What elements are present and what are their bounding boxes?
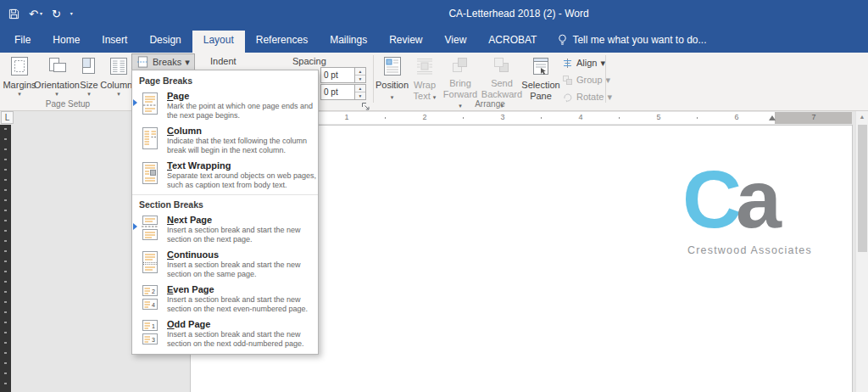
svg-text:1: 1 — [152, 323, 155, 329]
group-separator — [605, 55, 606, 103]
horizontal-ruler[interactable]: L 1 2 3 4 5 6 7 — [0, 111, 868, 125]
menu-item-continuous[interactable]: Continuous Insert a section break and st… — [132, 247, 318, 282]
continuous-break-icon — [139, 249, 161, 277]
breaks-button[interactable]: Breaks ▾ — [131, 53, 195, 70]
menu-item-even-page[interactable]: 2 4 Even Page Insert a section break and… — [132, 282, 318, 316]
bring-forward-label: Bring Forward — [443, 78, 477, 99]
chevron-down-icon: ▾ — [185, 57, 190, 68]
menu-item-label: Text Wrapping — [167, 160, 320, 171]
menu-item-label: Even Page — [167, 284, 320, 294]
tab-references[interactable]: References — [245, 27, 319, 53]
indent-label: Indent — [210, 56, 236, 66]
svg-text:3: 3 — [152, 337, 155, 343]
odd-page-break-icon: 1 3 — [139, 319, 161, 346]
save-button[interactable] — [8, 8, 19, 20]
tab-design[interactable]: Design — [138, 27, 192, 53]
vertical-ruler — [0, 125, 11, 392]
page-break-icon — [139, 91, 161, 118]
align-icon — [562, 58, 573, 69]
undo-button[interactable]: ↶ ▾ — [29, 8, 42, 20]
spacing-label: Spacing — [292, 56, 326, 66]
menu-item-page[interactable]: Page Mark the point at which one page en… — [132, 88, 318, 123]
send-backward-icon — [491, 54, 513, 76]
spacing-before-stepper[interactable]: ▴ ▾ — [355, 67, 366, 83]
chevron-down-icon: ▾ — [606, 75, 611, 86]
chevron-down-icon: ▾ — [607, 92, 612, 103]
section-breaks-header: Section Breaks — [132, 194, 318, 212]
tab-acrobat[interactable]: ACROBAT — [477, 27, 548, 53]
svg-text:4: 4 — [152, 302, 155, 308]
tell-me-box[interactable]: Tell me what you want to do... — [548, 27, 716, 53]
selection-pane-icon — [530, 54, 552, 78]
tab-home[interactable]: Home — [42, 27, 91, 53]
right-indent-marker[interactable] — [769, 115, 776, 120]
margins-icon — [8, 54, 31, 78]
lightbulb-icon — [558, 34, 567, 46]
letterhead-logo[interactable]: Ca — [682, 158, 776, 240]
columns-icon — [108, 54, 130, 78]
menu-item-column[interactable]: Column Indicate that the text following … — [132, 123, 318, 158]
paragraph-dialog-launcher[interactable] — [361, 99, 371, 109]
chevron-down-icon: ▾ — [40, 11, 42, 16]
break-insert-marker-icon — [133, 223, 137, 230]
stepper-up-icon[interactable]: ▴ — [355, 85, 365, 92]
redo-button[interactable]: ↻ — [52, 8, 61, 20]
menu-item-text-wrapping[interactable]: Text Wrapping Separate text around objec… — [132, 158, 318, 193]
menu-item-desc: Insert a section break and start the new… — [167, 330, 320, 349]
vertical-scrollbar[interactable]: ▲ — [855, 111, 868, 392]
chevron-down-icon: ▾ — [18, 91, 21, 98]
orientation-label: Orientation — [34, 80, 80, 90]
tab-mailings[interactable]: Mailings — [319, 27, 378, 53]
chevron-down-icon: ▾ — [87, 91, 91, 98]
tab-insert[interactable]: Insert — [91, 27, 138, 53]
position-icon — [381, 54, 403, 78]
spacing-before-input[interactable] — [320, 67, 355, 83]
save-icon — [8, 8, 19, 20]
tab-review[interactable]: Review — [378, 27, 433, 53]
svg-text:2: 2 — [152, 288, 155, 294]
undo-icon: ↶ — [29, 8, 38, 20]
spacing-after-stepper[interactable]: ▴ ▾ — [355, 84, 366, 100]
menu-item-desc: Insert a section break and start the new… — [167, 295, 320, 314]
title-bar: ↶ ▾ ↻ ▾ CA-Letterhead 2018 (2) - Word — [0, 0, 868, 27]
menu-item-odd-page[interactable]: 1 3 Odd Page Insert a section break and … — [132, 316, 318, 351]
group-objects-icon — [562, 75, 573, 86]
orientation-icon — [46, 54, 68, 78]
tab-layout[interactable]: Layout — [192, 31, 245, 53]
company-name: Crestwood Associates — [687, 244, 812, 256]
chevron-down-icon: ▾ — [55, 91, 58, 98]
customize-qat-button[interactable]: ▾ — [70, 11, 73, 16]
menu-item-label: Page — [167, 91, 320, 101]
breaks-icon — [136, 55, 149, 69]
tab-stop-selector[interactable]: L — [1, 111, 14, 124]
even-page-break-icon: 2 4 — [139, 284, 161, 311]
stepper-up-icon[interactable]: ▴ — [355, 68, 365, 76]
menu-item-desc: Insert a section break and start the new… — [167, 226, 320, 244]
ruler-number: 1 — [344, 113, 348, 121]
column-break-icon — [139, 126, 161, 153]
size-label: Size — [80, 80, 97, 90]
ruler-text-area: 1 2 3 4 5 6 — [269, 112, 775, 124]
menu-item-desc: Separate text around objects on web page… — [167, 171, 320, 190]
chevron-down-icon: ▾ — [117, 91, 120, 98]
selection-pane-label: Selection Pane — [521, 80, 559, 101]
menu-item-next-page[interactable]: Next Page Insert a section break and sta… — [132, 212, 318, 247]
tab-file[interactable]: File — [3, 27, 42, 53]
spacing-after-input[interactable] — [320, 84, 355, 100]
redo-icon: ↻ — [52, 8, 61, 20]
menu-item-desc: Mark the point at which one page ends an… — [167, 102, 320, 120]
bring-forward-icon — [449, 54, 471, 76]
group-separator — [373, 55, 374, 103]
margins-label: Margins — [3, 80, 36, 90]
send-backward-label: Send Backward — [481, 78, 522, 99]
chevron-down-icon: ▾ — [70, 11, 73, 16]
tab-view[interactable]: View — [434, 27, 478, 53]
size-icon — [78, 54, 100, 78]
ruler-number: 5 — [656, 113, 660, 121]
menu-item-desc: Indicate that the text following the col… — [167, 137, 320, 155]
scroll-up-icon[interactable]: ▲ — [856, 111, 868, 123]
position-label: Position — [376, 80, 409, 90]
stepper-down-icon[interactable]: ▾ — [355, 76, 365, 83]
scrollbar-thumb[interactable] — [858, 125, 867, 252]
next-page-break-icon — [139, 215, 161, 242]
